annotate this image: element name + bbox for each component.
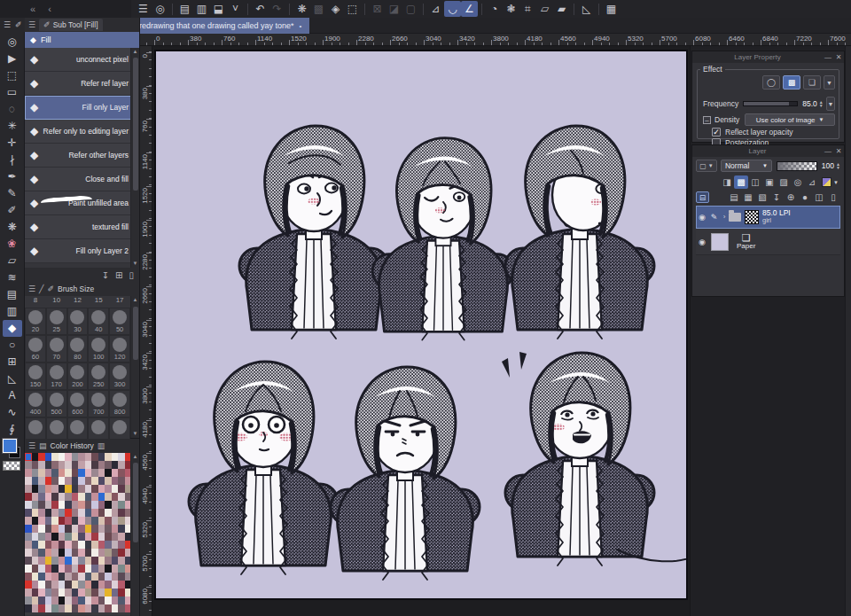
color-swatch[interactable] xyxy=(38,517,45,525)
back-arrow-icon[interactable]: ‹ xyxy=(48,4,51,14)
brush-size-170[interactable]: 170 xyxy=(46,363,67,390)
color-swatch[interactable] xyxy=(72,477,79,485)
open-file-icon[interactable]: ▥ xyxy=(193,1,210,17)
color-swatch[interactable] xyxy=(78,565,85,573)
brush-panel-tab-icon[interactable]: ╱ xyxy=(39,285,43,293)
color-swatch[interactable] xyxy=(91,461,98,469)
color-swatch[interactable] xyxy=(65,533,72,541)
color-swatch[interactable] xyxy=(78,485,85,493)
color-swatch[interactable] xyxy=(72,461,79,469)
color-swatch[interactable] xyxy=(112,533,119,541)
eye-icon[interactable]: ◉ xyxy=(696,213,708,222)
zoom-tool[interactable]: ◎ xyxy=(3,34,22,51)
color-swatch[interactable] xyxy=(85,549,92,557)
color-swatch[interactable] xyxy=(118,485,125,493)
brush-size-cell[interactable] xyxy=(88,417,109,439)
color-swatch[interactable] xyxy=(112,604,119,612)
color-swatch[interactable] xyxy=(98,461,105,469)
color-swatch[interactable] xyxy=(91,517,98,525)
color-swatch[interactable] xyxy=(112,541,119,549)
color-swatch[interactable] xyxy=(59,461,66,469)
color-swatch[interactable] xyxy=(59,525,66,533)
color-swatch[interactable] xyxy=(32,581,39,589)
color-swatch[interactable] xyxy=(45,469,52,477)
brush-size-700[interactable]: 700 xyxy=(88,390,109,417)
color-swatch[interactable] xyxy=(25,501,32,509)
color-swatch[interactable] xyxy=(112,485,119,493)
color-swatch[interactable] xyxy=(85,477,92,485)
color-swatch[interactable] xyxy=(112,453,119,461)
opacity-spinner[interactable]: ▲▼ xyxy=(836,162,840,169)
color-swatch[interactable] xyxy=(112,493,119,501)
expand-arrow-icon[interactable]: › xyxy=(720,213,729,221)
new-file-icon[interactable]: ▤ xyxy=(176,1,193,17)
color-swatch[interactable] xyxy=(65,549,72,557)
color-swatch[interactable] xyxy=(38,573,45,581)
color-swatch[interactable] xyxy=(112,573,119,581)
color-swatch[interactable] xyxy=(25,589,32,597)
color-swatch[interactable] xyxy=(72,589,79,597)
color-swatch[interactable] xyxy=(78,469,85,477)
color-swatch[interactable] xyxy=(38,477,45,485)
color-swatch[interactable] xyxy=(118,573,125,581)
color-swatch[interactable] xyxy=(65,453,72,461)
color-swatch[interactable] xyxy=(25,469,32,477)
color-swatch[interactable] xyxy=(51,517,59,525)
figure-tool[interactable]: ○ xyxy=(3,337,22,354)
color-swatch[interactable] xyxy=(78,517,85,525)
color-swatch[interactable] xyxy=(91,453,98,461)
color-swatch[interactable] xyxy=(98,581,105,589)
color-swatch[interactable] xyxy=(45,461,52,469)
subtool-item-8[interactable]: ◆Fill only Layer 2 xyxy=(25,239,139,263)
color-swatch[interactable] xyxy=(91,597,98,604)
color-swatch[interactable] xyxy=(78,589,85,597)
color-swatch[interactable] xyxy=(51,533,59,541)
color-swatch[interactable] xyxy=(25,581,32,589)
color-swatch[interactable] xyxy=(85,581,92,589)
color-swatch[interactable] xyxy=(112,565,119,573)
color-swatch[interactable] xyxy=(98,541,105,549)
color-swatch[interactable] xyxy=(105,565,112,573)
color-swatch[interactable] xyxy=(118,509,125,517)
brush-size-70[interactable]: 70 xyxy=(46,335,67,363)
color-swatch[interactable] xyxy=(91,525,98,533)
color-swatch[interactable] xyxy=(72,565,79,573)
color-swatch[interactable] xyxy=(118,565,125,573)
text-tool[interactable]: A xyxy=(3,387,22,404)
color-swatch[interactable] xyxy=(91,477,98,485)
color-swatch[interactable] xyxy=(65,597,72,604)
color-swatch[interactable] xyxy=(78,501,85,509)
color-swatch[interactable] xyxy=(32,525,39,533)
color-swatch[interactable] xyxy=(98,573,105,581)
color-swatch[interactable] xyxy=(45,581,52,589)
color-swatch[interactable] xyxy=(98,501,105,509)
color-swatch[interactable] xyxy=(72,493,79,501)
brush-size-label[interactable]: 12 xyxy=(67,296,89,308)
color-swatch[interactable] xyxy=(59,549,66,557)
brush-size-25[interactable]: 25 xyxy=(46,308,67,335)
tone-effect-icon[interactable]: ▩ xyxy=(783,75,800,90)
transfer-down-icon[interactable]: ↧ xyxy=(769,191,784,204)
color-swatch[interactable] xyxy=(25,493,32,501)
color-swatch[interactable] xyxy=(45,525,52,533)
color-swatch[interactable] xyxy=(59,589,66,597)
mesh-transform-icon[interactable]: ⌗ xyxy=(519,1,536,17)
color-swatch[interactable] xyxy=(45,549,52,557)
divide-frame-icon[interactable]: ◫ xyxy=(812,191,826,204)
color-swatch[interactable] xyxy=(105,525,112,533)
color-swatch[interactable] xyxy=(45,493,52,501)
decoration-tool[interactable]: ❀ xyxy=(3,236,22,253)
color-swatch[interactable] xyxy=(72,597,79,604)
color-swatch[interactable] xyxy=(118,581,125,589)
color-swatch[interactable] xyxy=(72,501,79,509)
color-swatch[interactable] xyxy=(38,557,45,565)
brush-size-500[interactable]: 500 xyxy=(46,390,67,417)
color-swatch[interactable] xyxy=(85,501,92,509)
color-swatch[interactable] xyxy=(65,469,72,477)
color-swatch[interactable] xyxy=(78,557,85,565)
lasso-tool[interactable]: ◌ xyxy=(3,101,22,118)
color-swatch[interactable] xyxy=(32,469,39,477)
color-swatch[interactable] xyxy=(98,597,105,604)
color-swatch[interactable] xyxy=(45,477,52,485)
blend-thumb-button[interactable]: ▢▼ xyxy=(696,160,717,172)
